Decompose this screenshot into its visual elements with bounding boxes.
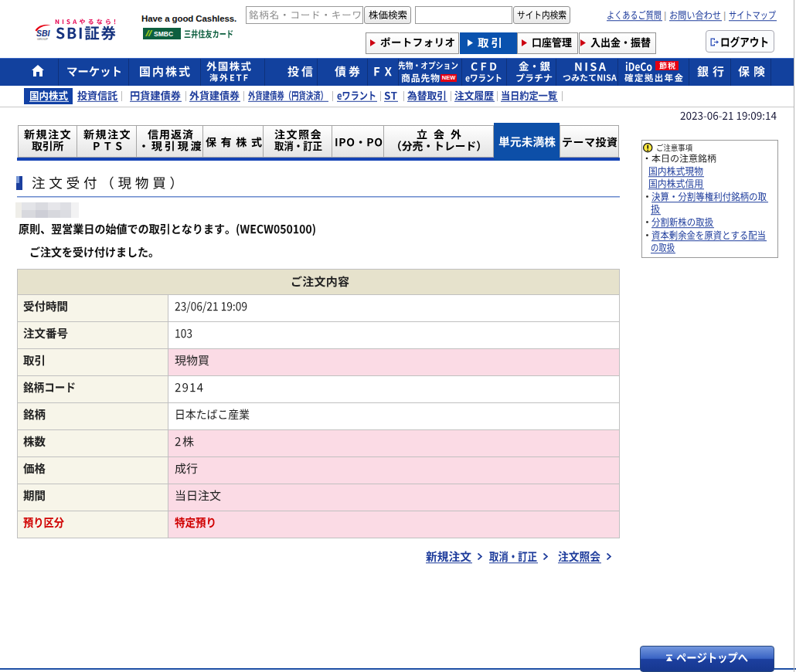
svg-text:SMBC: SMBC: [154, 30, 173, 38]
svg-text:GROUP: GROUP: [37, 38, 48, 41]
svg-text:SBI: SBI: [36, 29, 51, 38]
